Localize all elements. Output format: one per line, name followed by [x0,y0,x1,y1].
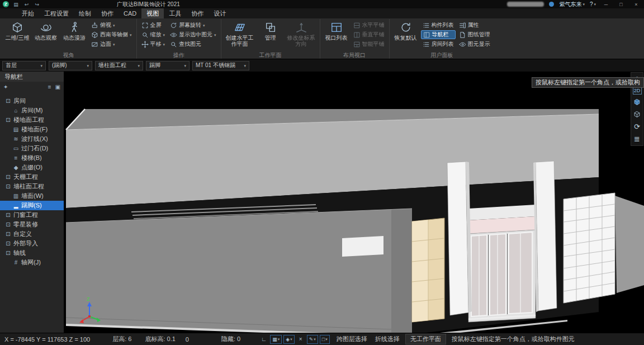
user-account-button[interactable]: 紫气东来▾ [559,1,585,8]
tree-category-room[interactable]: ⊡房间 [0,96,64,106]
tree-item-accent[interactable]: ◆点缀(O) [0,163,64,172]
material-select[interactable]: MT 01 不锈钢踢 ▾ [192,61,249,70]
solid-cube-view-icon[interactable] [632,97,642,107]
tree-category-custom[interactable]: ⊡自定义 [0,229,64,239]
pin-icon[interactable]: ✦ [3,84,8,90]
rotate-icon [170,22,177,29]
app-logo-icon[interactable]: Z [3,1,9,7]
orbit-reset-icon[interactable]: ⟳ [632,122,642,131]
panel-view-icon[interactable]: ▣ [55,84,60,90]
fullscreen-button[interactable]: 全屏 [140,21,167,30]
show-selected-button[interactable]: 显示选中图元 ▾ [168,30,218,39]
wire-cube-view-icon[interactable] [632,110,642,119]
screen-rotate-button[interactable]: 屏幕旋转 ▾ [168,21,218,30]
group-label-view-angle: 视角 [4,51,134,59]
chevron-down-icon: ▾ [594,2,596,6]
2d-view-icon[interactable]: 2D [633,87,642,94]
tree-item-skirting[interactable]: ▂踢脚(S) [0,201,64,210]
properties-button[interactable]: 属性 [457,21,492,30]
nav-bar-label: 导航栏 [432,31,449,39]
top-view-button[interactable]: 俯视 ▾ [89,21,134,30]
tree-item-wall-face[interactable]: ▥墙面(W) [0,191,64,201]
tree-category-axis[interactable]: ⊡轴线 [0,248,64,258]
tree-item-room[interactable]: ⌂房间(M) [0,106,64,115]
axis-icon [295,21,307,34]
chevron-down-icon: ▾ [138,64,140,68]
walk-icon [68,21,80,34]
grid-display-button[interactable]: ▦▾ [270,335,282,344]
close-button[interactable]: × [631,2,641,7]
tab-project-settings[interactable]: 工程设置 [39,8,74,18]
tab-cad[interactable]: CAD [119,8,141,18]
tile-horizontal-button[interactable]: 水平平铺 [352,21,386,30]
category-select-value: 墙柱面工程 [98,62,126,69]
cross-icon[interactable]: × [296,335,305,344]
undo-icon[interactable]: ↩ [23,2,30,7]
maximize-button[interactable]: □ [616,2,626,7]
viewport-3d[interactable]: Z 按鼠标左键指定第一个角点，或拾取构 ◉ 2D ⟳ ≣ [64,72,644,333]
sw-isometric-button[interactable]: 西南等轴侧 ▾ [89,30,134,39]
restore-default-button[interactable]: 恢复默认 [392,19,419,49]
walk-label: 动态漫游 [63,35,86,41]
snap-angle-icon[interactable]: ∟ [259,335,268,344]
menu-grid-icon[interactable]: ▤ [12,2,20,7]
tree-item-floor[interactable]: ▤楼地面(F) [0,125,64,134]
layers-icon[interactable]: ≣ [632,134,642,144]
modify-axis-button[interactable]: 修改坐标系方向 [286,19,317,49]
tile-vertical-button[interactable]: 垂直平铺 [352,30,386,39]
osnap-button[interactable]: ◈▾ [283,335,294,344]
tree-item-door-stone[interactable]: ▭过门石(D) [0,144,64,153]
tab-view[interactable]: 视图 [141,8,164,18]
edge-face-button[interactable]: 边面 ▾ [89,40,134,49]
navigation-tree: ⊡房间 ⌂房间(M) ⊡楼地面工程 ▤楼地面(F) ≋波打线(X) ▭过门石(D… [0,92,64,333]
manage-work-plane-button[interactable]: 管理 [257,19,284,49]
find-element-button[interactable]: 查找图元 [168,40,218,49]
tree-item-border-line[interactable]: ≋波打线(X) [0,134,64,144]
tab-start[interactable]: 开始 [17,8,39,18]
element-select[interactable]: (踢脚) ▾ [49,61,92,70]
list-view-icon[interactable]: ≡ [48,84,51,90]
walkthrough-button[interactable]: 动态漫游 [61,19,88,49]
sheet-manage-button[interactable]: 图纸管理 [457,30,492,39]
zoom-button[interactable]: 缩放 ▾ [140,30,167,39]
category-icon: ⊡ [4,117,12,123]
create-work-plane-button[interactable]: 创建水平工作平面 [224,19,255,49]
2d-3d-toggle-button[interactable]: 二维/三维 [4,19,31,49]
tab-draw[interactable]: 绘制 [74,8,96,18]
wave-line-icon: ≋ [12,136,20,142]
selection-mode-button[interactable]: □▾ [320,335,330,344]
tree-label: 门窗工程 [13,211,38,219]
draw-mode-button[interactable]: ✎▾ [307,335,318,344]
tree-item-stairs[interactable]: ≡楼梯(B) [0,153,64,163]
cross-layer-select-toggle[interactable]: 跨图层选择 [337,335,367,343]
minimize-button[interactable]: ─ [601,2,611,7]
tree-category-ceiling-works[interactable]: ⊡天棚工程 [0,172,64,182]
category-select[interactable]: 墙柱面工程 ▾ [95,61,143,70]
component-list-button[interactable]: 构件列表 [421,21,456,30]
tab-collaborate-2[interactable]: 协作 [186,8,209,18]
floor-select[interactable]: 首层 ▾ [2,61,46,70]
tree-category-wall-works[interactable]: ⊡墙柱面工程 [0,182,64,191]
tab-collaborate[interactable]: 协作 [96,8,119,18]
redo-icon[interactable]: ↪ [34,2,41,7]
tab-design[interactable]: 设计 [209,8,231,18]
tree-category-door-window[interactable]: ⊡门窗工程 [0,210,64,220]
polyline-select-toggle[interactable]: 折线选择 [375,335,400,343]
tree-category-misc-decoration[interactable]: ⊡零星装修 [0,220,64,229]
nav-bar-toggle-button[interactable]: 导航栏 [421,30,456,39]
tab-tools[interactable]: 工具 [164,8,186,18]
pan-button[interactable]: 平移 ▾ [140,40,167,49]
tile-smart-button[interactable]: 智能平铺 [352,40,386,49]
tree-item-grid[interactable]: #轴网(J) [0,258,64,267]
dynamic-orbit-button[interactable]: 动态观察 [32,19,59,49]
element-display-button[interactable]: 图元显示 [457,40,492,49]
tree-category-external-import[interactable]: ⊡外部导入 [0,239,64,248]
room-list-button[interactable]: 房间列表 [421,40,456,49]
tile-horizontal-label: 水平平铺 [362,21,385,29]
help-button[interactable]: ?▾ [590,1,596,7]
ribbon-group-view-angle: 二维/三维 动态观察 动态漫游 俯视 ▾ [1,19,137,59]
work-plane-indicator[interactable]: 无工作平面 [405,334,446,344]
tree-category-floor-works[interactable]: ⊡楼地面工程 [0,115,64,125]
viewport-list-button[interactable]: 视口列表 [323,19,350,49]
type-select[interactable]: 踢脚 ▾ [146,61,190,70]
